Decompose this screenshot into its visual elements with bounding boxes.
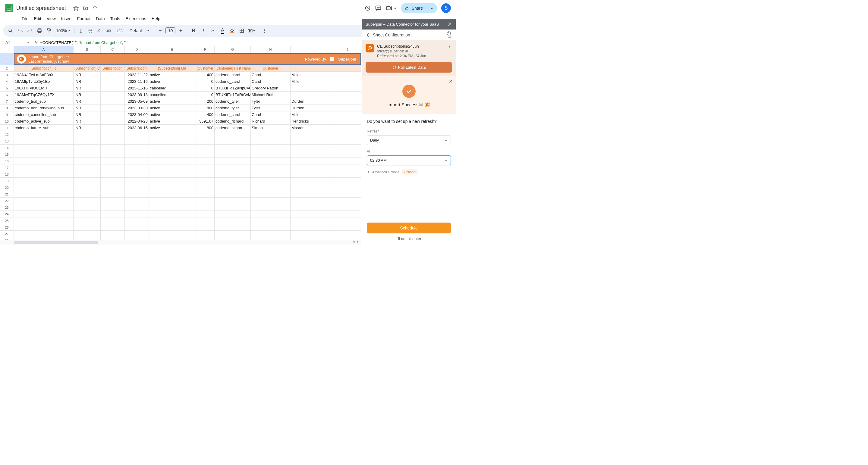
cell[interactable]	[125, 184, 149, 191]
cell[interactable]	[73, 218, 101, 224]
cell[interactable]	[73, 191, 101, 197]
row-header[interactable]: 3	[0, 72, 13, 78]
menu-view[interactable]: View	[44, 15, 58, 22]
cell[interactable]: cbdemo_future_sub	[14, 125, 73, 131]
cell[interactable]	[290, 224, 334, 230]
cell[interactable]	[149, 211, 196, 217]
name-box[interactable]: A1	[2, 40, 30, 45]
avatar[interactable]: S	[441, 3, 451, 13]
cell[interactable]: Richard	[251, 118, 290, 124]
row-header[interactable]: 1	[0, 53, 13, 65]
cell[interactable]	[290, 218, 334, 224]
cell[interactable]	[196, 184, 215, 191]
row-header[interactable]: 19	[0, 178, 13, 184]
print-icon[interactable]	[35, 26, 44, 35]
cell[interactable]: Carol	[251, 78, 290, 85]
cell[interactable]	[149, 184, 196, 191]
cell[interactable]	[215, 231, 251, 237]
cell[interactable]	[101, 98, 125, 104]
scroll-right-button[interactable]: ►	[356, 240, 359, 244]
increase-fontsize-button[interactable]: +	[176, 26, 185, 35]
cell[interactable]	[251, 218, 290, 224]
column-header[interactable]: F	[196, 46, 215, 53]
cell[interactable]	[196, 178, 215, 184]
cell[interactable]: 400	[196, 111, 215, 118]
cell[interactable]	[125, 138, 149, 144]
row-header[interactable]: 13	[0, 138, 13, 144]
cell[interactable]	[215, 131, 251, 138]
cell[interactable]	[101, 111, 125, 118]
column-header[interactable]: A	[14, 46, 73, 53]
cell[interactable]	[14, 198, 73, 204]
horizontal-scrollbar[interactable]	[14, 241, 98, 244]
cell[interactable]: Simon	[251, 125, 290, 131]
cell[interactable]: 2023-06-15	[125, 125, 149, 131]
cell[interactable]	[149, 138, 196, 144]
cell[interactable]	[290, 204, 334, 210]
column-header[interactable]: B	[73, 46, 101, 53]
cell[interactable]: Tyler	[251, 105, 290, 111]
cell[interactable]: cbdemo_non_renewing_sub	[14, 105, 73, 111]
cell[interactable]	[125, 158, 149, 164]
cell[interactable]	[149, 231, 196, 237]
cell[interactable]	[251, 131, 290, 138]
cell[interactable]: Carol	[251, 72, 290, 78]
cell[interactable]: 0	[196, 92, 215, 98]
formula-input[interactable]: =CONCATENATE(" ", "Import from Chargebee…	[40, 40, 126, 45]
cell[interactable]	[251, 178, 290, 184]
cell[interactable]	[101, 231, 125, 237]
comment-icon[interactable]	[375, 5, 381, 11]
meet-icon[interactable]	[386, 5, 393, 11]
help-button[interactable]: Help	[446, 31, 452, 39]
cell[interactable]	[149, 237, 196, 240]
cell[interactable]	[251, 224, 290, 230]
cell[interactable]	[101, 224, 125, 230]
cell[interactable]	[196, 144, 215, 151]
cell[interactable]	[101, 164, 125, 171]
redo-icon[interactable]	[25, 26, 34, 35]
menu-data[interactable]: Data	[93, 15, 107, 22]
merge-button[interactable]	[247, 26, 256, 35]
row-header[interactable]: 26	[0, 224, 13, 231]
menu-insert[interactable]: Insert	[59, 15, 74, 22]
cell[interactable]: INR	[73, 78, 101, 85]
cell[interactable]	[101, 105, 125, 111]
do-later-link[interactable]: I'll do this later	[367, 236, 451, 241]
cell[interactable]	[14, 178, 73, 184]
cell[interactable]	[196, 204, 215, 210]
cell[interactable]	[196, 237, 215, 240]
cell[interactable]	[215, 164, 251, 171]
decrease-fontsize-button[interactable]: −	[156, 26, 165, 35]
pull-latest-data-button[interactable]: Pull Latest Data	[366, 62, 452, 73]
cell[interactable]	[73, 164, 101, 171]
cell[interactable]	[101, 92, 125, 98]
cell[interactable]	[215, 171, 251, 177]
fontsize-input[interactable]: 10	[165, 27, 176, 34]
cell[interactable]: 198XHlTvlOC1rqH	[14, 85, 73, 91]
cell[interactable]: Miller	[290, 72, 334, 78]
cell[interactable]	[251, 237, 290, 240]
cell[interactable]: Hendricks	[290, 118, 334, 124]
advanced-options-toggle[interactable]: Advanced Options	[372, 170, 399, 174]
cell[interactable]	[101, 151, 125, 158]
cell[interactable]	[101, 158, 125, 164]
cell[interactable]	[215, 191, 251, 197]
star-icon[interactable]	[73, 5, 79, 11]
cell[interactable]: cbdemo_active_sub	[14, 118, 73, 124]
cell[interactable]	[149, 178, 196, 184]
row-header[interactable]: 22	[0, 198, 13, 204]
cell[interactable]	[251, 191, 290, 197]
cell[interactable]	[149, 158, 196, 164]
dismiss-success-button[interactable]: ✕	[449, 78, 453, 84]
cell[interactable]	[149, 171, 196, 177]
undo-icon[interactable]	[16, 26, 25, 35]
cell[interactable]	[251, 144, 290, 151]
cell[interactable]	[196, 211, 215, 217]
column-header[interactable]: E	[149, 46, 196, 53]
cell[interactable]	[125, 131, 149, 138]
cell[interactable]	[251, 171, 290, 177]
cell[interactable]	[196, 224, 215, 230]
cell[interactable]	[290, 131, 334, 138]
kebab-icon[interactable]	[447, 44, 452, 49]
cell[interactable]	[290, 171, 334, 177]
